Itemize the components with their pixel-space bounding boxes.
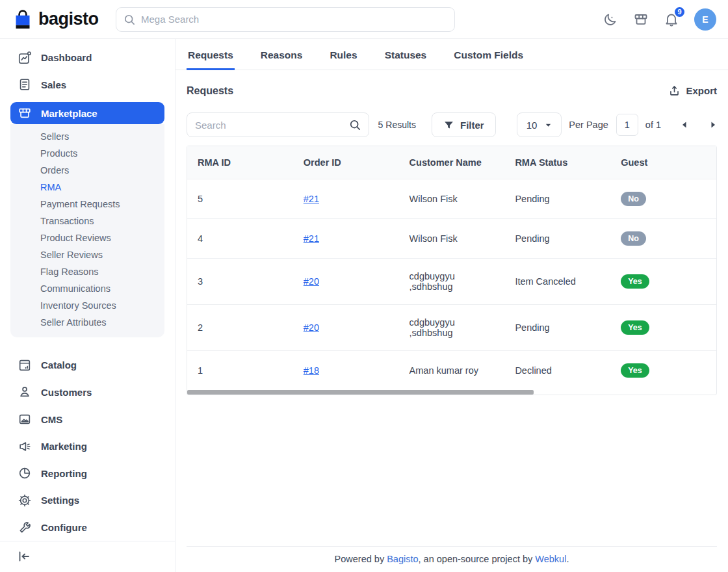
sidebar-item-label: Dashboard xyxy=(41,52,92,63)
rma-status-cell: Pending xyxy=(504,219,610,259)
sidebar-item-dashboard[interactable]: Dashboard xyxy=(0,44,175,72)
rma-id-cell: 2 xyxy=(187,305,293,351)
order-link[interactable]: #20 xyxy=(304,276,319,287)
horizontal-scrollbar xyxy=(187,390,716,395)
sidebar-item-label: Customers xyxy=(41,387,92,398)
submenu-item-payment-requests[interactable]: Payment Requests xyxy=(10,196,164,213)
sidebar-item-customers[interactable]: Customers xyxy=(0,379,175,406)
webkul-footer-link[interactable]: Webkul xyxy=(535,554,566,564)
tab-statuses[interactable]: Statuses xyxy=(384,39,428,70)
storefront-icon[interactable] xyxy=(633,12,649,27)
order-link[interactable]: #21 xyxy=(304,233,319,244)
sidebar-item-label: Marketing xyxy=(41,441,87,452)
settings-gear-icon xyxy=(18,493,32,508)
sidebar-item-marketing[interactable]: Marketing xyxy=(0,433,175,460)
marketing-icon xyxy=(18,439,32,454)
export-button[interactable]: Export xyxy=(668,84,717,97)
rma-status-cell: Pending xyxy=(504,179,610,219)
table-header-row: RMA ID Order ID Customer Name RMA Status… xyxy=(187,146,716,179)
grid-search xyxy=(187,112,369,137)
rma-id-cell: 4 xyxy=(187,219,293,259)
dark-mode-icon[interactable] xyxy=(603,12,618,27)
sidebar-item-reporting[interactable]: Reporting xyxy=(0,460,175,487)
marketplace-icon xyxy=(18,106,32,120)
order-link[interactable]: #20 xyxy=(304,322,319,333)
collapse-arrow-icon xyxy=(16,549,32,564)
table-row[interactable]: 2 #20 cdgbuygyu ,sdhbshug Pending Yes xyxy=(187,305,716,351)
sidebar-collapse-button[interactable] xyxy=(0,546,175,567)
mega-search-input[interactable] xyxy=(116,7,455,32)
grid-search-input[interactable] xyxy=(187,112,369,137)
column-rma-status: RMA Status xyxy=(504,146,610,179)
submenu-item-seller-reviews[interactable]: Seller Reviews xyxy=(10,246,164,263)
horizontal-scrollbar-thumb[interactable] xyxy=(187,390,534,395)
rma-status-cell: Pending xyxy=(504,305,610,351)
submenu-item-inventory-sources[interactable]: Inventory Sources xyxy=(10,297,164,314)
filter-label: Filter xyxy=(460,120,484,131)
order-link[interactable]: #18 xyxy=(304,365,319,376)
sidebar-group-marketplace: Marketplace Sellers Products Orders RMA … xyxy=(10,98,164,337)
guest-badge: Yes xyxy=(621,320,649,335)
results-count: 5 Results xyxy=(378,120,416,130)
page-total-label: of 1 xyxy=(645,120,661,130)
sidebar-item-settings[interactable]: Settings xyxy=(0,487,175,514)
sidebar-item-cms[interactable]: CMS xyxy=(0,406,175,433)
sidebar-item-label: Sales xyxy=(41,79,66,90)
tab-requests[interactable]: Requests xyxy=(187,39,235,70)
sidebar-item-label: Catalog xyxy=(41,359,77,370)
page-number-input[interactable] xyxy=(616,114,638,136)
datagrid-toolbar: 5 Results Filter 10 Per Page of 1 xyxy=(187,112,717,137)
previous-page-icon[interactable] xyxy=(681,121,688,129)
page-title: Requests xyxy=(187,85,233,97)
submenu-item-products[interactable]: Products xyxy=(10,145,164,162)
sidebar-item-label: Settings xyxy=(41,495,79,506)
rma-status-cell: Declined xyxy=(504,351,610,391)
top-header: bagisto 9 xyxy=(0,0,728,39)
per-page-select[interactable]: 10 xyxy=(517,112,562,137)
sidebar-item-configure[interactable]: Configure xyxy=(0,514,175,541)
submenu-item-communications[interactable]: Communications xyxy=(10,280,164,297)
tab-bar: Requests Reasons Rules Statuses Custom F… xyxy=(176,39,728,70)
table-row[interactable]: 4 #21 Wilson Fisk Pending No xyxy=(187,219,716,259)
order-link[interactable]: #21 xyxy=(304,194,319,204)
search-icon xyxy=(348,118,361,131)
sidebar-item-label: Configure xyxy=(41,522,87,533)
submenu-item-product-reviews[interactable]: Product Reviews xyxy=(10,229,164,246)
sidebar-item-marketplace[interactable]: Marketplace xyxy=(10,102,164,124)
tab-rules[interactable]: Rules xyxy=(328,39,358,70)
bagisto-logo[interactable]: bagisto xyxy=(12,8,116,31)
submenu-item-seller-attributes[interactable]: Seller Attributes xyxy=(10,314,164,331)
notifications-bell-icon[interactable]: 9 xyxy=(664,12,679,27)
tab-custom-fields[interactable]: Custom Fields xyxy=(452,39,525,70)
table-row[interactable]: 5 #21 Wilson Fisk Pending No xyxy=(187,179,716,219)
bagisto-footer-link[interactable]: Bagisto xyxy=(387,554,418,564)
customer-name-cell: Aman kumar roy xyxy=(399,351,505,391)
rma-id-cell: 5 xyxy=(187,179,293,219)
main-content: Requests Reasons Rules Statuses Custom F… xyxy=(176,39,728,572)
sidebar-item-catalog[interactable]: Catalog xyxy=(0,352,175,379)
submenu-item-flag-reasons[interactable]: Flag Reasons xyxy=(10,263,164,280)
submenu-item-transactions[interactable]: Transactions xyxy=(10,213,164,229)
footer-text: , an open-source project by xyxy=(419,554,536,564)
tab-reasons[interactable]: Reasons xyxy=(259,39,304,70)
customer-name-cell: cdgbuygyu ,sdhbshug xyxy=(399,305,505,351)
table-row[interactable]: 1 #18 Aman kumar roy Declined Yes xyxy=(187,351,716,391)
submenu-item-orders[interactable]: Orders xyxy=(10,162,164,179)
content-area: Requests Export 5 Resu xyxy=(176,70,728,572)
guest-badge: No xyxy=(621,192,646,206)
marketplace-submenu: Sellers Products Orders RMA Payment Requ… xyxy=(10,124,164,337)
export-label: Export xyxy=(686,85,717,96)
footer-text: . xyxy=(566,554,569,564)
chevron-down-icon xyxy=(545,122,552,129)
filter-button[interactable]: Filter xyxy=(432,112,496,137)
submenu-item-rma[interactable]: RMA xyxy=(10,179,164,196)
table-row[interactable]: 3 #20 cdgbuygyu ,sdhbshug Item Canceled … xyxy=(187,259,716,305)
customer-name-cell: Wilson Fisk xyxy=(399,219,505,259)
user-avatar[interactable]: E xyxy=(694,8,716,31)
submenu-item-sellers[interactable]: Sellers xyxy=(10,128,164,145)
next-page-icon[interactable] xyxy=(709,121,717,129)
sidebar-item-sales[interactable]: Sales xyxy=(0,72,175,99)
guest-badge: Yes xyxy=(621,363,649,378)
footer-text: Powered by xyxy=(335,554,387,564)
guest-badge: No xyxy=(621,231,646,246)
